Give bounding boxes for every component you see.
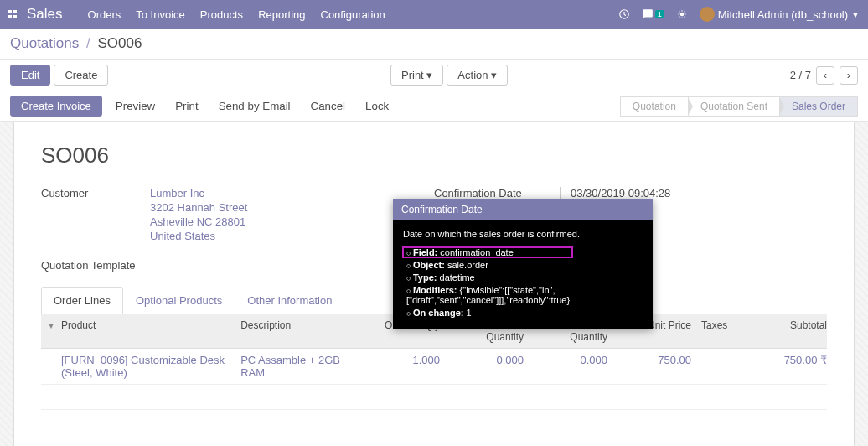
breadcrumb-current: SO006 bbox=[97, 35, 142, 51]
lock-button[interactable]: Lock bbox=[355, 96, 399, 116]
row-invqty: 0.000 bbox=[534, 354, 617, 379]
field-tooltip: Confirmation Date Date on which the sale… bbox=[393, 199, 653, 329]
nav-config[interactable]: Configuration bbox=[321, 8, 385, 21]
pager-next-button[interactable]: › bbox=[840, 66, 858, 85]
action-bar: Create Invoice Preview Print Send by Ema… bbox=[0, 91, 868, 122]
print-button-2[interactable]: Print bbox=[165, 96, 208, 116]
tooltip-modifiers: Modifiers: {"invisible":[["state","in",[… bbox=[403, 285, 643, 305]
action-button[interactable]: Action ▾ bbox=[447, 65, 508, 86]
caret-down-icon: ▾ bbox=[491, 69, 497, 81]
breadcrumb: Quotations / SO006 bbox=[10, 35, 142, 52]
row-desc[interactable]: PC Assamble + 2GB RAM bbox=[240, 354, 366, 379]
row-subtotal: 750.00 ₹ bbox=[752, 354, 827, 379]
nav-toinvoice[interactable]: To Invoice bbox=[136, 8, 185, 21]
messages-icon[interactable]: 1 bbox=[642, 8, 664, 20]
row-product[interactable]: [FURN_0096] Customizable Desk (Steel, Wh… bbox=[61, 354, 240, 379]
nav-products[interactable]: Products bbox=[200, 8, 243, 21]
brand[interactable]: Sales bbox=[27, 6, 63, 23]
edit-button[interactable]: Edit bbox=[10, 65, 50, 86]
breadcrumb-root[interactable]: Quotations bbox=[10, 35, 79, 51]
breadcrumb-sep: / bbox=[86, 35, 90, 51]
nav-orders[interactable]: Orders bbox=[88, 8, 121, 21]
tooltip-onchange: On change: 1 bbox=[403, 308, 643, 318]
col-product[interactable]: Product bbox=[61, 319, 240, 343]
tab-other-info[interactable]: Other Information bbox=[235, 287, 344, 314]
sort-handle-icon: ▾ bbox=[41, 319, 61, 343]
row-taxes bbox=[701, 354, 752, 379]
pager-prev-button[interactable]: ‹ bbox=[816, 66, 834, 85]
create-button[interactable]: Create bbox=[54, 65, 108, 86]
col-subtotal[interactable]: Subtotal bbox=[752, 319, 827, 343]
status-quotation[interactable]: Quotation bbox=[620, 96, 689, 117]
tab-optional-products[interactable]: Optional Products bbox=[123, 287, 235, 314]
row-delqty: 0.000 bbox=[450, 354, 534, 379]
customer-value[interactable]: Lumber Inc 3202 Hannah Street Asheville … bbox=[150, 187, 247, 244]
customer-label: Customer bbox=[41, 187, 150, 244]
topnav: Orders To Invoice Products Reporting Con… bbox=[88, 8, 618, 21]
create-invoice-button[interactable]: Create Invoice bbox=[10, 96, 102, 117]
clock-icon[interactable] bbox=[618, 8, 630, 20]
toolbar: Edit Create Print ▾ Action ▾ 2 / 7 ‹ › bbox=[0, 60, 868, 91]
preview-button[interactable]: Preview bbox=[106, 96, 165, 116]
apps-icon[interactable] bbox=[8, 10, 17, 18]
breadcrumb-bar: Quotations / SO006 bbox=[0, 29, 868, 60]
row-ordqty: 1.000 bbox=[366, 354, 450, 379]
form-sheet: SO006 Customer Lumber Inc 3202 Hannah St… bbox=[13, 122, 855, 446]
pager-counter: 2 / 7 bbox=[790, 69, 811, 81]
tooltip-type: Type: datetime bbox=[403, 272, 643, 283]
send-email-button[interactable]: Send by Email bbox=[209, 96, 301, 116]
caret-down-icon: ▾ bbox=[426, 69, 432, 81]
order-name: SO006 bbox=[41, 143, 827, 169]
message-badge: 1 bbox=[655, 10, 664, 18]
nav-reporting[interactable]: Reporting bbox=[258, 8, 305, 21]
tooltip-field: Field: confirmation_date bbox=[403, 247, 572, 257]
user-menu[interactable]: Mitchell Admin (db_school)▼ bbox=[700, 7, 860, 22]
status-sales-order[interactable]: Sales Order bbox=[780, 96, 858, 117]
quote-template-label: Quotation Template bbox=[41, 259, 150, 272]
status-bar: Quotation Quotation Sent Sales Order bbox=[620, 96, 858, 117]
topbar: Sales Orders To Invoice Products Reporti… bbox=[0, 0, 868, 29]
tab-order-lines[interactable]: Order Lines bbox=[41, 287, 123, 314]
tooltip-object: Object: sale.order bbox=[403, 260, 643, 270]
user-label: Mitchell Admin (db_school) bbox=[718, 8, 848, 21]
avatar-icon bbox=[700, 7, 715, 22]
bug-icon[interactable] bbox=[676, 8, 688, 20]
col-taxes[interactable]: Taxes bbox=[701, 319, 752, 343]
caret-down-icon: ▼ bbox=[851, 10, 860, 19]
svg-point-1 bbox=[679, 13, 684, 17]
tooltip-title: Confirmation Date bbox=[393, 199, 653, 220]
cancel-button[interactable]: Cancel bbox=[301, 96, 356, 116]
print-button[interactable]: Print ▾ bbox=[390, 65, 443, 86]
tooltip-desc: Date on which the sales order is confirm… bbox=[403, 229, 643, 239]
table-row[interactable]: [FURN_0096] Customizable Desk (Steel, Wh… bbox=[41, 349, 827, 385]
col-description[interactable]: Description bbox=[240, 319, 366, 343]
row-price: 750.00 bbox=[617, 354, 701, 379]
status-quotation-sent[interactable]: Quotation Sent bbox=[689, 96, 780, 117]
